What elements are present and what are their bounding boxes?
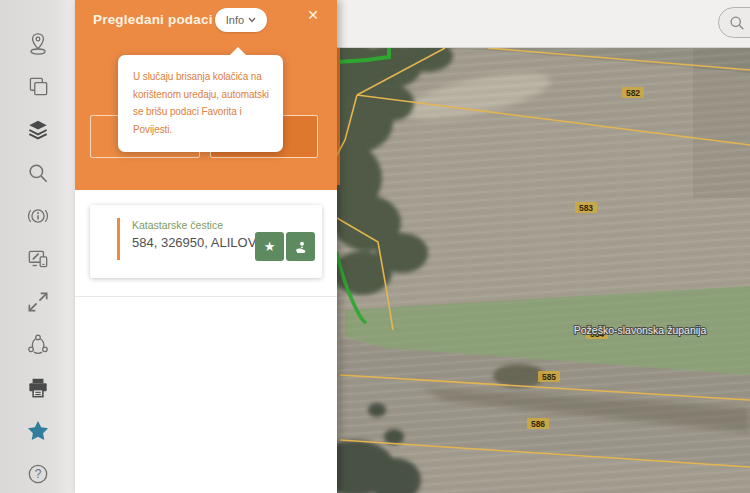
sidebar-item-help[interactable]: ? bbox=[24, 460, 52, 488]
help-icon: ? bbox=[25, 461, 51, 487]
panel-title: Pregledani podaci bbox=[93, 12, 213, 27]
tool-sidebar: ? bbox=[0, 0, 75, 493]
sidebar-item-search[interactable] bbox=[24, 159, 52, 187]
chevron-down-icon bbox=[248, 17, 256, 23]
card-actions: ★ bbox=[255, 232, 315, 261]
star-icon bbox=[25, 418, 51, 444]
star-icon: ★ bbox=[264, 239, 276, 254]
county-label: Požeško-slavonska županija bbox=[574, 324, 707, 336]
parcel-label-585: 585 bbox=[538, 371, 560, 382]
tooltip-text-line: se brišu podaci Favorita i bbox=[133, 103, 273, 121]
sidebar-item-sketch[interactable] bbox=[24, 245, 52, 273]
map-container: 582 583 584 585 bbox=[337, 0, 750, 493]
panel-divider bbox=[75, 296, 337, 297]
satellite-map-canvas[interactable]: 582 583 584 585 bbox=[337, 48, 750, 493]
show-on-map-button[interactable] bbox=[286, 232, 315, 261]
cookies-info-tooltip: U slučaju brisanja kolačića na korišteno… bbox=[118, 55, 283, 152]
result-parcel-value: 584, 326950, ALILOVCI bbox=[132, 235, 269, 250]
tooltip-text-line: U slučaju brisanja kolačića na bbox=[133, 68, 273, 86]
svg-text:583: 583 bbox=[579, 203, 593, 213]
viewed-data-panel: Pregledani podaci Info ✕ U slučaju brisa… bbox=[75, 0, 337, 493]
print-icon bbox=[25, 375, 51, 401]
sidebar-item-info[interactable] bbox=[24, 202, 52, 230]
info-dropdown-button[interactable]: Info bbox=[215, 8, 267, 32]
sidebar-item-layers[interactable] bbox=[24, 116, 52, 144]
sidebar-item-copy[interactable] bbox=[24, 73, 52, 101]
parcel-label-582: 582 bbox=[622, 87, 644, 98]
sidebar-item-favorites[interactable] bbox=[24, 417, 52, 445]
gis-viewer-window: ? Pregledani podaci Info ✕ U slučaju bri… bbox=[0, 0, 750, 493]
sidebar-item-fullscreen[interactable] bbox=[24, 288, 52, 316]
sketch-icon bbox=[25, 246, 51, 272]
favorite-star-button[interactable]: ★ bbox=[255, 232, 284, 261]
close-panel-button[interactable]: ✕ bbox=[307, 8, 319, 22]
info-dropdown-label: Info bbox=[226, 14, 244, 26]
hand-location-icon bbox=[293, 239, 309, 255]
tooltip-text-line: korištenom uređaju, automatski bbox=[133, 86, 273, 104]
share-icon bbox=[25, 332, 51, 358]
svg-text:586: 586 bbox=[531, 419, 545, 429]
parcel-label-583: 583 bbox=[575, 202, 597, 213]
svg-text:585: 585 bbox=[542, 372, 556, 382]
expand-icon bbox=[25, 289, 51, 315]
map-search-button[interactable] bbox=[718, 7, 750, 38]
sidebar-item-share[interactable] bbox=[24, 331, 52, 359]
svg-text:?: ? bbox=[34, 467, 41, 481]
info-circle-icon bbox=[25, 203, 51, 229]
copy-icon bbox=[25, 74, 51, 100]
result-category-label: Katastarske čestice bbox=[132, 219, 223, 231]
parcel-label-586: 586 bbox=[527, 418, 549, 429]
sidebar-item-print[interactable] bbox=[24, 374, 52, 402]
search-icon bbox=[727, 13, 747, 33]
layers-icon bbox=[25, 117, 51, 143]
tooltip-text-line: Povijesti. bbox=[133, 121, 273, 139]
cadastral-parcel-result-card[interactable]: Katastarske čestice 584, 326950, ALILOVC… bbox=[90, 205, 322, 278]
sidebar-item-location[interactable] bbox=[24, 30, 52, 58]
card-accent-bar bbox=[117, 218, 120, 260]
map-top-toolbar bbox=[337, 0, 750, 48]
svg-text:582: 582 bbox=[626, 88, 640, 98]
search-icon bbox=[25, 160, 51, 186]
location-pin-icon bbox=[25, 31, 51, 57]
